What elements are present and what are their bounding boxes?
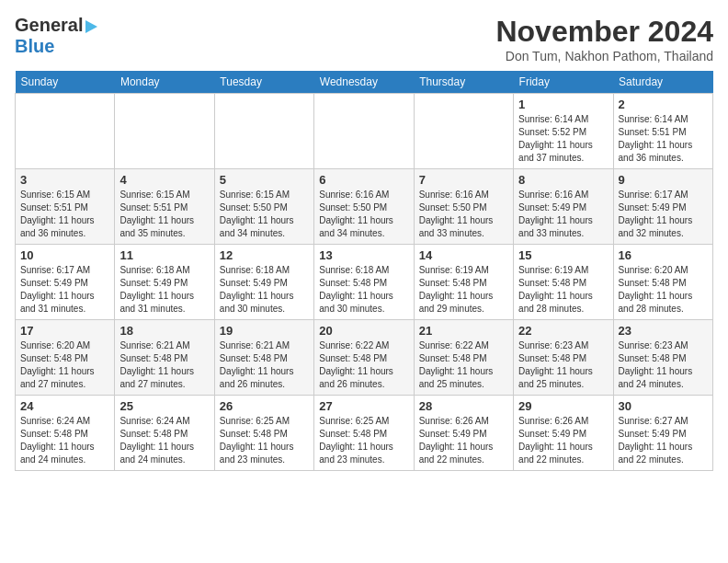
day-info: Sunrise: 6:14 AM Sunset: 5:51 PM Dayligh… xyxy=(619,113,708,165)
calendar-week-1: 1Sunrise: 6:14 AM Sunset: 5:52 PM Daylig… xyxy=(16,94,713,169)
day-number: 27 xyxy=(319,399,408,413)
weekday-header-row: SundayMondayTuesdayWednesdayThursdayFrid… xyxy=(16,71,713,94)
calendar-cell: 5Sunrise: 6:15 AM Sunset: 5:50 PM Daylig… xyxy=(214,169,313,245)
day-number: 12 xyxy=(220,248,309,262)
day-number: 10 xyxy=(20,248,109,262)
page-header: General Blue November 2024 Don Tum, Nakh… xyxy=(15,15,713,63)
calendar-cell: 27Sunrise: 6:25 AM Sunset: 5:48 PM Dayli… xyxy=(314,396,414,471)
calendar-table: SundayMondayTuesdayWednesdayThursdayFrid… xyxy=(15,71,713,471)
day-info: Sunrise: 6:27 AM Sunset: 5:49 PM Dayligh… xyxy=(619,415,708,466)
weekday-header-friday: Friday xyxy=(514,71,613,94)
calendar-cell: 29Sunrise: 6:26 AM Sunset: 5:49 PM Dayli… xyxy=(514,396,613,471)
day-number: 29 xyxy=(518,399,608,413)
day-number: 23 xyxy=(619,324,708,338)
day-number: 14 xyxy=(419,248,508,262)
calendar-cell: 24Sunrise: 6:24 AM Sunset: 5:48 PM Dayli… xyxy=(16,396,115,471)
calendar-cell: 23Sunrise: 6:23 AM Sunset: 5:48 PM Dayli… xyxy=(613,320,712,396)
calendar-cell: 30Sunrise: 6:27 AM Sunset: 5:49 PM Dayli… xyxy=(613,396,712,471)
calendar-cell: 8Sunrise: 6:16 AM Sunset: 5:49 PM Daylig… xyxy=(514,169,613,245)
calendar-cell xyxy=(214,94,313,169)
day-info: Sunrise: 6:24 AM Sunset: 5:48 PM Dayligh… xyxy=(119,415,209,466)
weekday-header-tuesday: Tuesday xyxy=(214,71,313,94)
day-number: 2 xyxy=(619,98,708,111)
calendar-cell: 12Sunrise: 6:18 AM Sunset: 5:49 PM Dayli… xyxy=(214,245,313,320)
day-number: 26 xyxy=(220,399,309,413)
calendar-cell: 1Sunrise: 6:14 AM Sunset: 5:52 PM Daylig… xyxy=(514,94,613,169)
calendar-cell: 15Sunrise: 6:19 AM Sunset: 5:48 PM Dayli… xyxy=(514,245,613,320)
calendar-cell: 21Sunrise: 6:22 AM Sunset: 5:48 PM Dayli… xyxy=(414,320,513,396)
day-info: Sunrise: 6:19 AM Sunset: 5:48 PM Dayligh… xyxy=(518,264,608,316)
day-info: Sunrise: 6:17 AM Sunset: 5:49 PM Dayligh… xyxy=(20,264,109,316)
weekday-header-sunday: Sunday xyxy=(16,71,115,94)
day-number: 17 xyxy=(20,324,109,338)
day-info: Sunrise: 6:23 AM Sunset: 5:48 PM Dayligh… xyxy=(518,339,608,391)
logo-general: General xyxy=(15,15,83,36)
day-info: Sunrise: 6:16 AM Sunset: 5:50 PM Dayligh… xyxy=(419,189,508,240)
calendar-cell: 14Sunrise: 6:19 AM Sunset: 5:48 PM Dayli… xyxy=(414,245,513,320)
day-number: 3 xyxy=(20,173,109,187)
day-number: 7 xyxy=(419,173,508,187)
day-info: Sunrise: 6:24 AM Sunset: 5:48 PM Dayligh… xyxy=(20,415,109,466)
day-number: 11 xyxy=(119,248,209,262)
day-info: Sunrise: 6:16 AM Sunset: 5:50 PM Dayligh… xyxy=(319,189,408,240)
day-info: Sunrise: 6:15 AM Sunset: 5:51 PM Dayligh… xyxy=(119,189,209,240)
day-info: Sunrise: 6:15 AM Sunset: 5:50 PM Dayligh… xyxy=(220,189,309,240)
day-info: Sunrise: 6:18 AM Sunset: 5:48 PM Dayligh… xyxy=(319,264,408,316)
location-subtitle: Don Tum, Nakhon Pathom, Thailand xyxy=(495,49,713,63)
calendar-cell xyxy=(414,94,513,169)
day-number: 25 xyxy=(119,399,209,413)
day-number: 13 xyxy=(319,248,408,262)
calendar-cell: 28Sunrise: 6:26 AM Sunset: 5:49 PM Dayli… xyxy=(414,396,513,471)
calendar-week-4: 17Sunrise: 6:20 AM Sunset: 5:48 PM Dayli… xyxy=(16,320,713,396)
day-number: 1 xyxy=(518,98,608,111)
day-info: Sunrise: 6:16 AM Sunset: 5:49 PM Dayligh… xyxy=(518,189,608,240)
day-info: Sunrise: 6:26 AM Sunset: 5:49 PM Dayligh… xyxy=(419,415,508,466)
weekday-header-saturday: Saturday xyxy=(613,71,712,94)
calendar-cell: 17Sunrise: 6:20 AM Sunset: 5:48 PM Dayli… xyxy=(16,320,115,396)
day-info: Sunrise: 6:23 AM Sunset: 5:48 PM Dayligh… xyxy=(619,339,708,391)
day-number: 19 xyxy=(220,324,309,338)
calendar-cell: 6Sunrise: 6:16 AM Sunset: 5:50 PM Daylig… xyxy=(314,169,414,245)
calendar-cell: 9Sunrise: 6:17 AM Sunset: 5:49 PM Daylig… xyxy=(613,169,712,245)
calendar-week-5: 24Sunrise: 6:24 AM Sunset: 5:48 PM Dayli… xyxy=(16,396,713,471)
day-number: 18 xyxy=(119,324,209,338)
day-info: Sunrise: 6:26 AM Sunset: 5:49 PM Dayligh… xyxy=(518,415,608,466)
calendar-week-2: 3Sunrise: 6:15 AM Sunset: 5:51 PM Daylig… xyxy=(16,169,713,245)
day-number: 21 xyxy=(419,324,508,338)
calendar-cell: 7Sunrise: 6:16 AM Sunset: 5:50 PM Daylig… xyxy=(414,169,513,245)
calendar-week-3: 10Sunrise: 6:17 AM Sunset: 5:49 PM Dayli… xyxy=(16,245,713,320)
day-info: Sunrise: 6:14 AM Sunset: 5:52 PM Dayligh… xyxy=(518,113,608,165)
calendar-cell: 3Sunrise: 6:15 AM Sunset: 5:51 PM Daylig… xyxy=(16,169,115,245)
day-info: Sunrise: 6:20 AM Sunset: 5:48 PM Dayligh… xyxy=(619,264,708,316)
day-info: Sunrise: 6:17 AM Sunset: 5:49 PM Dayligh… xyxy=(619,189,708,240)
calendar-cell: 10Sunrise: 6:17 AM Sunset: 5:49 PM Dayli… xyxy=(16,245,115,320)
day-number: 24 xyxy=(20,399,109,413)
day-number: 9 xyxy=(619,173,708,187)
day-info: Sunrise: 6:22 AM Sunset: 5:48 PM Dayligh… xyxy=(419,339,508,391)
calendar-cell: 16Sunrise: 6:20 AM Sunset: 5:48 PM Dayli… xyxy=(613,245,712,320)
calendar-cell: 26Sunrise: 6:25 AM Sunset: 5:48 PM Dayli… xyxy=(214,396,313,471)
calendar-cell: 11Sunrise: 6:18 AM Sunset: 5:49 PM Dayli… xyxy=(115,245,214,320)
day-info: Sunrise: 6:18 AM Sunset: 5:49 PM Dayligh… xyxy=(119,264,209,316)
day-number: 15 xyxy=(518,248,608,262)
calendar-cell: 20Sunrise: 6:22 AM Sunset: 5:48 PM Dayli… xyxy=(314,320,414,396)
day-number: 6 xyxy=(319,173,408,187)
day-info: Sunrise: 6:21 AM Sunset: 5:48 PM Dayligh… xyxy=(220,339,309,391)
calendar-cell xyxy=(314,94,414,169)
day-info: Sunrise: 6:15 AM Sunset: 5:51 PM Dayligh… xyxy=(20,189,109,240)
day-number: 20 xyxy=(319,324,408,338)
day-info: Sunrise: 6:22 AM Sunset: 5:48 PM Dayligh… xyxy=(319,339,408,391)
day-info: Sunrise: 6:25 AM Sunset: 5:48 PM Dayligh… xyxy=(220,415,309,466)
day-number: 5 xyxy=(220,173,309,187)
logo-blue: Blue xyxy=(15,36,54,56)
day-info: Sunrise: 6:20 AM Sunset: 5:48 PM Dayligh… xyxy=(20,339,109,391)
day-info: Sunrise: 6:18 AM Sunset: 5:49 PM Dayligh… xyxy=(220,264,309,316)
month-title: November 2024 xyxy=(495,15,713,49)
logo: General Blue xyxy=(15,15,97,57)
calendar-body: 1Sunrise: 6:14 AM Sunset: 5:52 PM Daylig… xyxy=(16,94,713,471)
day-number: 22 xyxy=(518,324,608,338)
day-number: 28 xyxy=(419,399,508,413)
calendar-cell: 25Sunrise: 6:24 AM Sunset: 5:48 PM Dayli… xyxy=(115,396,214,471)
day-info: Sunrise: 6:25 AM Sunset: 5:48 PM Dayligh… xyxy=(319,415,408,466)
weekday-header-thursday: Thursday xyxy=(414,71,513,94)
